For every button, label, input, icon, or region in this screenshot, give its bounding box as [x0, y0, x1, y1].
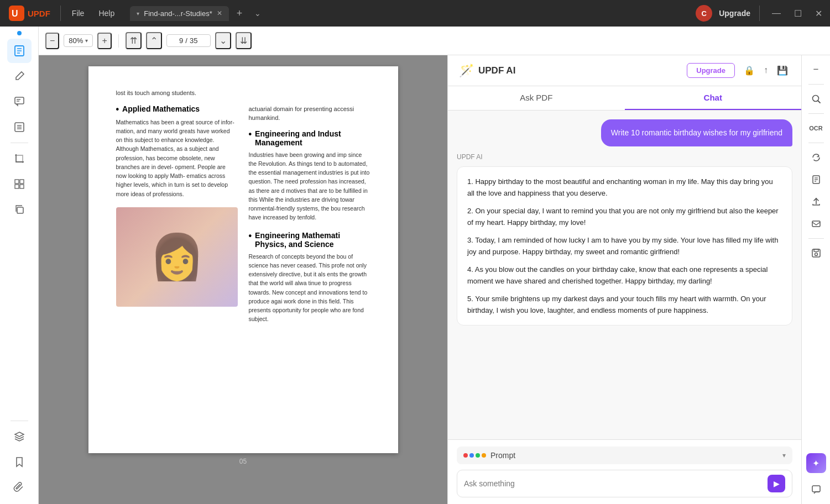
total-pages: 35 — [190, 36, 197, 45]
tab-label: Find-and-...r-Studies* — [144, 9, 212, 18]
person-icon: 👩 — [149, 231, 205, 283]
ai-database-icon[interactable]: 💾 — [775, 63, 790, 78]
right-icon-minus[interactable]: − — [806, 60, 826, 80]
right-icon-chat[interactable] — [806, 480, 826, 500]
tab-dropdown-arrow[interactable]: ▾ — [137, 11, 139, 17]
right-icon-extract[interactable] — [806, 170, 826, 190]
sidebar-icon-crop[interactable] — [7, 146, 32, 171]
pdf-two-col: Applied Mathematics Mathematics has been… — [116, 104, 370, 333]
right-icon-share[interactable] — [806, 192, 826, 212]
pdf-actuarial-text: actuarial domain for presenting accessi … — [249, 104, 370, 123]
ai-chat-input[interactable] — [464, 479, 763, 488]
tab-chat[interactable]: Chat — [625, 86, 802, 110]
sidebar-icon-comment[interactable] — [7, 90, 32, 114]
prompt-bar: Prompt ▾ — [457, 447, 792, 464]
svg-rect-24 — [812, 221, 820, 227]
zoom-dropdown-arrow[interactable]: ▾ — [85, 38, 88, 44]
tab-close-button[interactable]: ✕ — [217, 9, 222, 17]
ai-response-line3: 3. Today, I am reminded of how lucky I a… — [467, 234, 782, 258]
main-area: − 80% ▾ + ⇈ ⌃ 9 / 35 ⌄ ⇊ lost its touch … — [0, 27, 830, 504]
app-name: UPDF — [28, 9, 50, 18]
sidebar-icon-copy[interactable] — [7, 197, 32, 222]
zoom-value: 80% — [69, 36, 83, 45]
pdf-viewer: lost its touch among students. Applied M… — [39, 55, 447, 504]
ai-header-icons: 🔒 ↑ 💾 — [742, 63, 790, 78]
dot-red — [463, 453, 468, 458]
svg-line-19 — [818, 101, 820, 103]
sidebar-divider1 — [11, 143, 28, 143]
pdf-eng-math: Engineering Mathemati Physics, and Scien… — [249, 231, 370, 324]
first-page-button[interactable]: ⇈ — [126, 32, 142, 49]
minimize-button[interactable]: — — [769, 7, 784, 20]
right-icon-refresh[interactable] — [806, 148, 826, 167]
right-icon-disk[interactable] — [806, 243, 826, 263]
ai-logo-icon: 🪄 — [459, 64, 474, 78]
svg-rect-15 — [15, 185, 19, 188]
sidebar-icon-list[interactable] — [7, 115, 32, 139]
tabs-dropdown-button[interactable]: ⌄ — [254, 9, 261, 18]
active-tab[interactable]: ▾ Find-and-...r-Studies* ✕ — [130, 6, 229, 21]
zoom-display: 80% ▾ — [64, 34, 93, 47]
right-icon-mail[interactable] — [806, 214, 826, 234]
ai-tabs: Ask PDF Chat — [448, 86, 801, 111]
titlebar-right: C Upgrade — ☐ ✕ — [696, 5, 826, 22]
page-display: 9 / 35 — [166, 34, 211, 47]
pdf-applied-math: Applied Mathematics Mathematics has been… — [116, 104, 238, 198]
sidebar-icon-layers[interactable] — [7, 424, 32, 449]
pdf-eng-math-body: Research of concepts beyond the bou of s… — [249, 252, 370, 324]
close-button[interactable]: ✕ — [812, 7, 826, 20]
sidebar-icon-reader[interactable] — [7, 39, 32, 63]
right-divider1 — [808, 84, 824, 85]
upgrade-title-button[interactable]: Upgrade — [719, 9, 750, 18]
sidebar-icon-paperclip[interactable] — [7, 475, 32, 500]
ai-response-label: UPDF AI — [457, 153, 792, 161]
next-page-button[interactable]: ⌄ — [215, 32, 231, 49]
current-page[interactable]: 9 — [179, 36, 183, 45]
sidebar-icon-pen[interactable] — [7, 64, 32, 88]
prompt-dropdown-arrow[interactable]: ▾ — [782, 452, 786, 459]
new-tab-button[interactable]: + — [232, 8, 247, 19]
svg-point-26 — [815, 253, 817, 256]
ai-share-icon[interactable]: ↑ — [761, 63, 770, 78]
titlebar: U UPDF File Help ▾ Find-and-...r-Studies… — [0, 0, 830, 27]
last-page-button[interactable]: ⇊ — [236, 32, 252, 49]
svg-rect-28 — [812, 486, 820, 492]
svg-text:U: U — [12, 9, 18, 18]
maximize-button[interactable]: ☐ — [791, 7, 805, 20]
right-icon-ocr[interactable]: OCR — [806, 118, 826, 138]
menu-help[interactable]: Help — [93, 7, 120, 20]
ai-upgrade-button[interactable]: Upgrade — [687, 63, 735, 78]
ai-input-area: Prompt ▾ ▶ — [448, 439, 801, 504]
tab-ask-pdf[interactable]: Ask PDF — [448, 86, 625, 110]
right-icon-search[interactable] — [806, 89, 826, 109]
left-sidebar — [0, 27, 39, 504]
dot-green — [476, 453, 480, 458]
pdf-right-col: actuarial domain for presenting accessi … — [249, 104, 370, 333]
ai-chat-body: Write 10 romantic birthday wishes for my… — [448, 111, 801, 439]
active-indicator — [17, 31, 22, 35]
pdf-eng-math-title: Engineering Mathemati Physics, and Scien… — [249, 231, 370, 249]
user-avatar[interactable]: C — [696, 5, 712, 22]
dot-blue — [469, 453, 474, 458]
ai-logo-area: 🪄 UPDF AI — [459, 64, 515, 78]
titlebar-sep1 — [60, 6, 61, 21]
pdf-image: 👩 — [116, 207, 238, 307]
page-separator: / — [185, 36, 187, 45]
pdf-eng-indust-title: Engineering and Indust Management — [249, 129, 370, 147]
right-sidebar: − OCR — [801, 55, 830, 504]
prev-page-button[interactable]: ⌃ — [146, 32, 162, 49]
ai-send-button[interactable]: ▶ — [768, 475, 785, 492]
zoom-out-button[interactable]: − — [45, 33, 59, 49]
svg-rect-14 — [20, 180, 24, 183]
sidebar-icon-bookmark[interactable] — [7, 450, 32, 474]
ai-response-line2: 2. On your special day, I want to remind… — [467, 205, 782, 229]
ai-lock-icon[interactable]: 🔒 — [742, 63, 757, 78]
ai-bottom-icon[interactable]: ✦ — [806, 453, 826, 473]
sidebar-icon-table[interactable] — [7, 172, 32, 196]
ai-input-row: ▶ — [457, 470, 792, 497]
ai-response: UPDF AI 1. Happy birthday to the most be… — [457, 153, 792, 326]
pdf-left-col: Applied Mathematics Mathematics has been… — [116, 104, 238, 333]
user-message-bubble: Write 10 romantic birthday wishes for my… — [601, 119, 792, 146]
menu-file[interactable]: File — [66, 7, 90, 20]
zoom-in-button[interactable]: + — [97, 33, 111, 49]
